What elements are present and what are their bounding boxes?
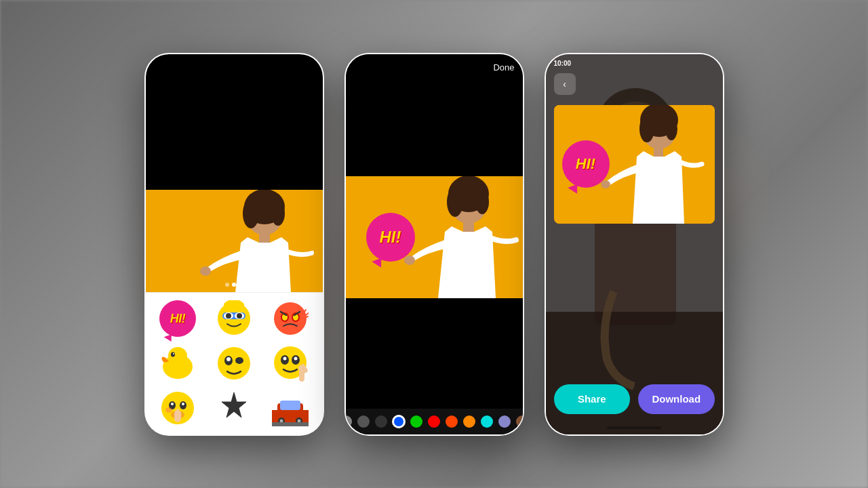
hi-text-preview: HI!	[576, 155, 595, 173]
hi-bubble-preview: HI!	[562, 140, 610, 188]
phone2-main-yellow: HI!	[346, 176, 523, 298]
svg-rect-0	[146, 190, 323, 292]
svg-rect-57	[463, 222, 474, 232]
hi-text-small: HI!	[170, 312, 186, 326]
svg-point-31	[294, 357, 298, 360]
military-star-svg	[216, 390, 252, 426]
sticker-car-scene[interactable]	[264, 387, 317, 429]
svg-point-69	[639, 115, 654, 142]
wink-svg	[216, 345, 252, 382]
svg-point-39	[182, 403, 184, 405]
svg-point-12	[237, 313, 242, 319]
cool-guy-svg	[216, 300, 252, 337]
back-button[interactable]: ‹	[554, 73, 576, 95]
sticker-shush[interactable]	[151, 387, 205, 429]
hi-bubble-small: HI!	[159, 300, 196, 337]
sticker-duck[interactable]	[151, 342, 205, 384]
svg-point-11	[226, 313, 231, 319]
svg-point-70	[665, 117, 677, 140]
svg-point-6	[200, 266, 211, 276]
svg-point-38	[171, 403, 174, 405]
svg-marker-44	[222, 392, 246, 418]
color-purple-light[interactable]	[498, 415, 511, 428]
svg-point-51	[298, 419, 301, 422]
svg-point-14	[274, 302, 307, 335]
angry-svg	[272, 300, 309, 337]
car-scene-svg	[272, 390, 309, 426]
duck-svg	[159, 345, 196, 382]
preview-hi-sticker: HI!	[562, 140, 610, 188]
hi-sticker-overlay[interactable]: HI!	[366, 213, 415, 262]
svg-point-55	[447, 187, 463, 217]
color-orange-red[interactable]	[446, 415, 458, 428]
color-cyan[interactable]	[481, 415, 493, 428]
svg-point-3	[243, 199, 259, 228]
svg-point-22	[173, 353, 174, 354]
color-red[interactable]	[428, 415, 440, 428]
svg-point-30	[283, 357, 287, 360]
svg-point-21	[171, 352, 175, 357]
color-gray-med[interactable]	[357, 415, 370, 428]
color-brown[interactable]	[516, 415, 524, 428]
slide-dot-1	[225, 283, 229, 287]
svg-point-56	[475, 190, 489, 214]
color-blue[interactable]	[393, 415, 405, 428]
sticker-wink[interactable]	[208, 342, 261, 384]
slide-dot-3	[239, 283, 243, 287]
hi-text-large: HI!	[380, 228, 401, 247]
status-time: 10:00	[554, 60, 572, 67]
phone3-preview-card: HI!	[554, 105, 715, 224]
phone3-status-bar: 10:00	[546, 54, 723, 67]
sticker-hi[interactable]: HI!	[151, 298, 205, 340]
color-gray-light[interactable]	[344, 415, 353, 428]
phones-container: HI!	[144, 53, 724, 436]
sticker-peace[interactable]	[264, 342, 317, 384]
sticker-star-military[interactable]	[208, 387, 261, 429]
sticker-angry[interactable]	[264, 298, 317, 340]
back-arrow-icon: ‹	[563, 79, 566, 89]
slide-indicator	[225, 283, 243, 287]
sticker-panel: HI!	[146, 292, 323, 434]
done-button[interactable]: Done	[493, 62, 514, 73]
sticker-cool[interactable]	[208, 298, 261, 340]
phone-sticker-picker: HI!	[144, 53, 324, 436]
phone1-woman-svg	[146, 190, 323, 292]
svg-point-43	[165, 407, 172, 413]
home-indicator	[607, 426, 661, 429]
color-gray-dark[interactable]	[375, 415, 387, 428]
hi-bubble-large: HI!	[366, 213, 415, 262]
phone2-top-black: Done	[346, 54, 523, 176]
svg-rect-41	[174, 410, 181, 422]
phone1-content: HI!	[146, 54, 323, 434]
hi-sticker-small: HI!	[159, 300, 196, 337]
phone3-actions: Share Download	[554, 384, 715, 414]
shush-svg	[159, 390, 196, 426]
svg-point-4	[271, 201, 285, 226]
peace-svg	[272, 345, 309, 382]
svg-rect-47	[280, 401, 300, 410]
phone2-bottom-black	[346, 298, 523, 409]
color-orange[interactable]	[463, 415, 475, 428]
slide-dot-2	[232, 283, 236, 287]
svg-point-26	[226, 357, 231, 361]
phone1-video-top	[146, 54, 323, 190]
share-button[interactable]: Share	[554, 384, 631, 414]
color-picker	[346, 409, 523, 434]
phone3-content: 10:00 ‹	[546, 54, 723, 434]
svg-rect-5	[259, 232, 270, 243]
phone-video-editor: Done HI!	[344, 53, 524, 436]
phone-preview-share: 10:00 ‹	[545, 53, 724, 436]
svg-point-23	[218, 347, 250, 380]
phone2-content: Done HI!	[346, 54, 523, 434]
svg-rect-71	[654, 148, 663, 157]
color-green[interactable]	[410, 415, 422, 428]
download-button[interactable]: Download	[638, 384, 715, 414]
svg-point-50	[280, 419, 283, 422]
svg-rect-52	[272, 422, 309, 426]
svg-rect-65	[546, 312, 724, 436]
phone1-video-main	[146, 190, 323, 292]
svg-point-20	[168, 347, 187, 365]
